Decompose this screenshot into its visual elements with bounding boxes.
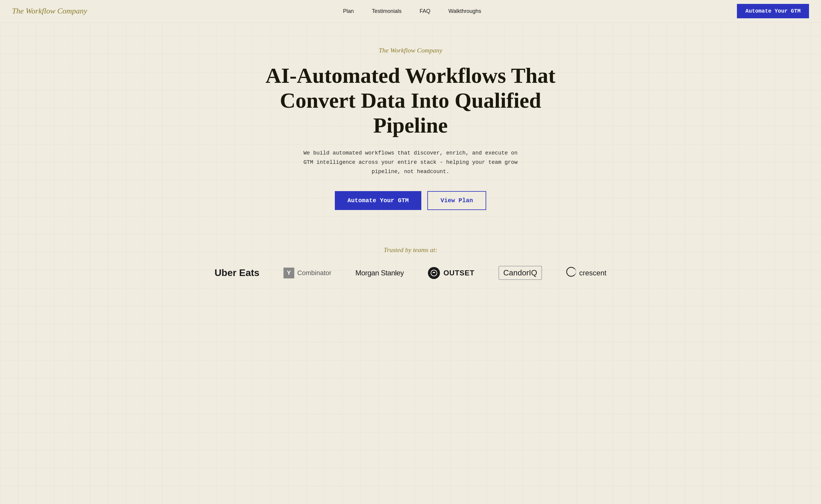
logo-outset: OUTSET — [428, 267, 474, 279]
logo-uber-eats: Uber Eats — [215, 267, 260, 278]
candoriq-text: CandorIQ — [503, 268, 537, 277]
hero-description: We build automated workflows that discov… — [302, 149, 519, 176]
nav-logo[interactable]: The Workflow Company — [12, 7, 87, 16]
hero-subtitle: The Workflow Company — [379, 47, 442, 54]
crescent-icon — [566, 267, 576, 279]
svg-point-2 — [569, 269, 576, 275]
morgan-stanley-text: Morgan Stanley — [356, 269, 404, 277]
uber-eats-text: Uber Eats — [215, 267, 260, 278]
yc-box-icon: Y — [284, 268, 294, 278]
hero-title: AI-Automated Workflows That Convert Data… — [260, 63, 561, 138]
hero-section: The Workflow Company AI-Automated Workfl… — [245, 23, 576, 228]
hero-cta-secondary[interactable]: View Plan — [427, 191, 486, 210]
nav-link-plan[interactable]: Plan — [343, 8, 354, 14]
ycombinator-text: Combinator — [297, 269, 332, 277]
trusted-label: Trusted by teams at: — [212, 246, 609, 254]
logo-ycombinator: Y Combinator — [284, 268, 332, 278]
hero-buttons: Automate Your GTM View Plan — [335, 191, 486, 210]
nav-link-faq[interactable]: FAQ — [420, 8, 430, 14]
trusted-section: Trusted by teams at: Uber Eats Y Combina… — [200, 228, 621, 295]
logo-morgan-stanley: Morgan Stanley — [356, 269, 404, 277]
logo-candoriq: CandorIQ — [498, 266, 542, 280]
nav-links: Plan Testimonials FAQ Walkthroughs — [343, 8, 481, 14]
nav-link-walkthroughs[interactable]: Walkthroughs — [448, 8, 481, 14]
navbar: The Workflow Company Plan Testimonials F… — [0, 0, 821, 23]
crescent-text: crescent — [579, 269, 606, 277]
nav-cta-button[interactable]: Automate Your GTM — [737, 4, 809, 18]
hero-cta-primary[interactable]: Automate Your GTM — [335, 191, 421, 210]
logos-row: Uber Eats Y Combinator Morgan Stanley OU… — [212, 266, 609, 280]
nav-link-testimonials[interactable]: Testimonials — [372, 8, 401, 14]
logo-crescent: crescent — [566, 267, 606, 279]
outset-icon — [428, 267, 440, 279]
outset-text: OUTSET — [444, 269, 474, 277]
